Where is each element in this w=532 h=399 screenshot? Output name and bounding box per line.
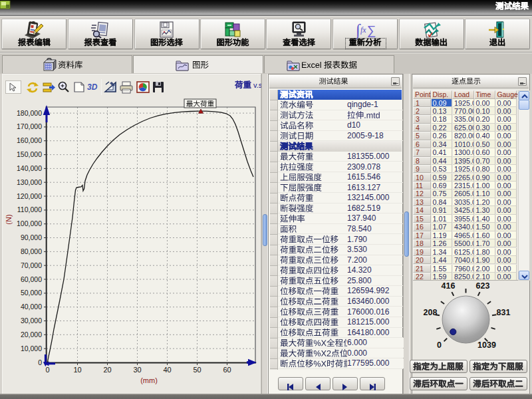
svg-text:50,000: 50,000 bbox=[21, 289, 42, 297]
svg-text:160,000: 160,000 bbox=[17, 136, 42, 144]
svg-text:50: 50 bbox=[193, 366, 201, 374]
svg-text:10: 10 bbox=[73, 366, 81, 374]
svg-text:∑: ∑ bbox=[367, 23, 376, 38]
svg-text:170,000: 170,000 bbox=[17, 122, 42, 130]
svg-text:70,000: 70,000 bbox=[21, 261, 42, 269]
svg-text:fx: fx bbox=[360, 25, 366, 35]
svg-text:0: 0 bbox=[38, 358, 42, 366]
svg-text:180,000: 180,000 bbox=[17, 109, 42, 117]
svg-text:90,000: 90,000 bbox=[21, 233, 42, 241]
svg-text:40,000: 40,000 bbox=[21, 303, 42, 311]
svg-text:60,000: 60,000 bbox=[21, 275, 42, 283]
svg-text:130,000: 130,000 bbox=[17, 178, 42, 186]
svg-text:30,000: 30,000 bbox=[21, 317, 42, 325]
svg-text:140,000: 140,000 bbox=[17, 164, 42, 172]
svg-text:20,000: 20,000 bbox=[21, 331, 42, 338]
svg-text:30: 30 bbox=[133, 366, 141, 374]
svg-text:10,000: 10,000 bbox=[21, 344, 42, 352]
svg-text:120,000: 120,000 bbox=[17, 192, 42, 200]
svg-text:(N): (N) bbox=[5, 214, 13, 224]
svg-text:60: 60 bbox=[223, 366, 231, 374]
svg-text:0: 0 bbox=[45, 366, 49, 374]
svg-text:150,000: 150,000 bbox=[17, 150, 42, 158]
svg-text:100,000: 100,000 bbox=[17, 219, 42, 227]
svg-text:110,000: 110,000 bbox=[17, 205, 42, 213]
svg-text:20: 20 bbox=[103, 366, 111, 374]
svg-text:40: 40 bbox=[163, 366, 171, 374]
svg-text:(mm): (mm) bbox=[140, 376, 158, 384]
svg-text:80,000: 80,000 bbox=[21, 247, 42, 255]
